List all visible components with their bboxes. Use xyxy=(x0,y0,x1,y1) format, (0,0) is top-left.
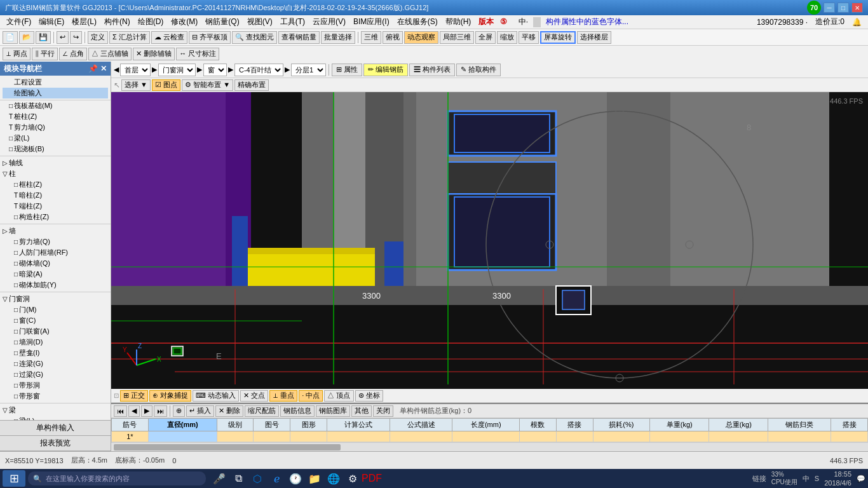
menu-item-modify[interactable]: 修改(M) xyxy=(167,15,201,29)
menu-item-mid[interactable]: 中· xyxy=(515,15,532,29)
object-snap-btn[interactable]: ⊕ 对象捕捉 xyxy=(149,390,191,402)
minimize-button[interactable]: ─ xyxy=(824,3,835,13)
menu-item-floor[interactable]: 楼层(L) xyxy=(68,15,100,29)
nav-item-door-win-combo[interactable]: □ 门联窗(A) xyxy=(0,326,111,337)
toolbar-view-rebar[interactable]: 查看钢筋量 xyxy=(278,31,320,44)
nav-item-hidden-beam[interactable]: □ 暗梁(A) xyxy=(0,269,111,280)
menu-item-edit[interactable]: 编辑(E) xyxy=(35,15,68,29)
edit-rebar-btn[interactable]: ✏ 编辑钢筋 xyxy=(363,64,408,76)
toolbar-save[interactable]: 💾 xyxy=(36,31,51,44)
nav-item-beam[interactable]: □ 梁(L) xyxy=(0,416,111,420)
nav-item-window[interactable]: □ 窗(C) xyxy=(0,315,111,326)
toolbar-define[interactable]: 定义 xyxy=(88,31,108,44)
hscroll-thumb[interactable] xyxy=(114,444,341,451)
start-button[interactable]: ⊞ xyxy=(3,470,25,487)
table-row[interactable]: 1* xyxy=(112,431,868,442)
orthogonal-btn[interactable]: ⊞ 正交 xyxy=(120,390,148,402)
toolbar-redo[interactable]: ↪ xyxy=(70,31,82,44)
toolbar-fullscreen[interactable]: 全屏 xyxy=(475,31,496,44)
menu-item-rebar[interactable]: 钢筋量(Q) xyxy=(201,15,243,29)
taskbar-browser2[interactable]: 🌐 xyxy=(325,470,342,487)
tb-delete-axis[interactable]: ✕ 删除辅轴 xyxy=(133,48,175,60)
nav-item-doorwin-group[interactable]: ▽ 门窗洞 xyxy=(0,294,111,304)
floor-select[interactable]: 首层 xyxy=(120,64,151,76)
menu-item-bim[interactable]: BIM应用(I) xyxy=(349,15,393,29)
menu-item-view[interactable]: 视图(V) xyxy=(243,15,276,29)
nav-item-pile[interactable]: T 桩柱(Z) xyxy=(0,111,111,122)
rebar-scale[interactable]: 缩尺配筋 xyxy=(245,405,279,417)
nav-project-settings[interactable]: 工程设置 xyxy=(3,77,108,88)
nav-item-masonry-wall[interactable]: □ 砌体墙(Q) xyxy=(0,258,111,269)
nav-pin-btn[interactable]: 📌 xyxy=(88,64,98,73)
menu-item-cloud[interactable]: 云应用(V) xyxy=(309,15,349,29)
pick-component-btn[interactable]: ✎ 拾取构件 xyxy=(456,64,501,76)
nav-item-dark-col[interactable]: T 暗柱(Z) xyxy=(0,190,111,201)
rebar-table-wrap[interactable]: 筋号 直径(mm) 级别 图号 图形 计算公式 公式描述 长度(mm) 根数 搭… xyxy=(111,418,868,442)
toolbar-top[interactable]: 俯视 xyxy=(383,31,403,44)
nav-item-wall-group[interactable]: ▷ 墙 xyxy=(0,226,111,236)
rebar-close[interactable]: 关闭 xyxy=(373,405,393,417)
menu-item-component[interactable]: 构件(N) xyxy=(100,15,134,29)
menu-item-help[interactable]: 帮助(H) xyxy=(442,15,475,29)
menu-item-file[interactable]: 文件(F) xyxy=(3,15,35,29)
nav-item-strip-hole[interactable]: □ 带形洞 xyxy=(0,380,111,391)
nav-item-axis[interactable]: ▷ 轴线 xyxy=(0,158,111,168)
taskbar-task-view[interactable]: ⧉ xyxy=(230,470,247,487)
menu-item-version[interactable]: 版本 ⑤ xyxy=(475,15,514,29)
nav-item-civil-defense[interactable]: □ 人防门框墙(RF) xyxy=(0,247,111,258)
taskbar-lang[interactable]: 中 xyxy=(803,474,810,484)
component-select[interactable]: C-4百叶结 xyxy=(234,64,283,76)
coord-btn[interactable]: ⊛ 坐标 xyxy=(355,390,383,402)
category-select[interactable]: 门窗洞 xyxy=(158,64,196,76)
dynamic-input-btn[interactable]: ⌨ 动态输入 xyxy=(193,390,239,402)
taskbar-settings[interactable]: ⚙ xyxy=(344,470,361,487)
menu-item-bell[interactable]: 🔔 xyxy=(848,17,865,28)
rebar-gallery[interactable]: 钢筋图库 xyxy=(316,405,350,417)
nav-item-door[interactable]: □ 门(M) xyxy=(0,304,111,315)
attr-btn[interactable]: ⊞ 属性 xyxy=(332,64,362,76)
taskbar-edge[interactable]: ⬡ xyxy=(249,470,266,487)
toolbar-zoom[interactable]: 缩放 xyxy=(497,31,517,44)
rebar-next[interactable]: ▶ xyxy=(141,405,153,417)
nav-item-shear-wall[interactable]: □ 剪力墙(Q) xyxy=(0,236,111,247)
maximize-button[interactable]: □ xyxy=(837,3,849,13)
nav-item-strip-win[interactable]: □ 带形窗 xyxy=(0,391,111,402)
smart-btn[interactable]: ⚙ 智能布置 ▼ xyxy=(182,79,233,91)
tb-parallel[interactable]: ∥ 平行 xyxy=(32,48,58,60)
toolbar-calculate[interactable]: Σ 汇总计算 xyxy=(109,31,150,44)
taskbar-clock-app[interactable]: 🕐 xyxy=(287,470,304,487)
taskbar-ie[interactable]: ℯ xyxy=(268,470,285,487)
nav-item-beam-f[interactable]: □ 梁(L) xyxy=(0,133,111,144)
mid-btn[interactable]: · 中点 xyxy=(299,390,323,402)
taskbar-pdf[interactable]: PDF xyxy=(363,470,380,487)
toolbar-3d[interactable]: 三维 xyxy=(361,31,381,44)
close-rebar-icon[interactable]: ⊡ xyxy=(114,392,119,399)
toolbar-open[interactable]: 📂 xyxy=(19,31,34,44)
rebar-delete[interactable]: ✕ 删除 xyxy=(215,405,243,417)
nav-item-end-col[interactable]: T 端柱(Z) xyxy=(0,201,111,212)
type-select[interactable]: 窗 xyxy=(203,64,227,76)
single-component-input-btn[interactable]: 单构件输入 xyxy=(0,421,111,436)
layer-select[interactable]: 分层1 xyxy=(291,64,326,76)
select-btn[interactable]: 选择 ▼ xyxy=(121,79,151,91)
tb-two-point[interactable]: ⊥ 两点 xyxy=(3,48,31,60)
nav-item-slab[interactable]: □ 现浇板(B) xyxy=(0,144,111,154)
nav-item-lintel[interactable]: □ 过梁(G) xyxy=(0,369,111,380)
nav-item-beam-group[interactable]: ▽ 梁 xyxy=(0,405,111,416)
point-btn[interactable]: ☑ 图点 xyxy=(152,79,180,91)
nav-item-masonry-rebar[interactable]: □ 砌体加筋(Y) xyxy=(0,280,111,290)
nav-item-foundation[interactable]: □ 筏板基础(M) xyxy=(0,100,111,111)
cell-diameter[interactable] xyxy=(148,431,217,442)
toolbar-rotate[interactable]: 屏幕旋转 xyxy=(540,31,576,44)
taskbar-notification[interactable]: 💬 xyxy=(857,475,865,483)
component-list-btn[interactable]: ☰ 构件列表 xyxy=(409,64,455,76)
nav-item-wall-hole[interactable]: □ 墙洞(D) xyxy=(0,337,111,348)
rebar-first[interactable]: ⏮ xyxy=(114,405,127,417)
menu-item-tools[interactable]: 工具(T) xyxy=(276,15,309,29)
nav-item-shear-wall-f[interactable]: T 剪力墙(Q) xyxy=(0,122,111,133)
perp-btn[interactable]: ⊥ 垂点 xyxy=(269,390,297,402)
nav-item-coupling-beam[interactable]: □ 连梁(G) xyxy=(0,358,111,369)
toolbar-undo[interactable]: ↩ xyxy=(57,31,69,44)
viewport[interactable]: 3300 3300 E 8 X Y Z 446.3 FPS xyxy=(111,92,868,389)
nav-item-frame-col[interactable]: □ 框柱(Z) xyxy=(0,179,111,190)
